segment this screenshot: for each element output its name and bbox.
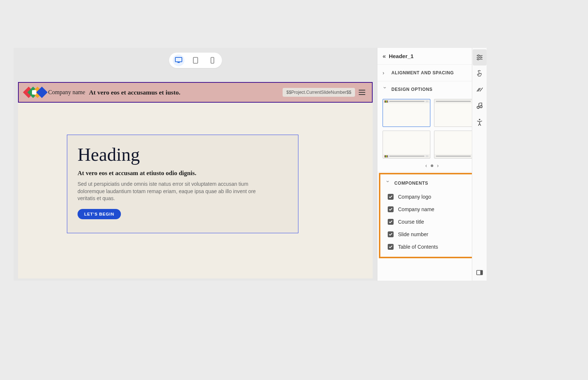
section-alignment: › ALIGNMENT AND SPACING <box>377 65 487 81</box>
component-toggle-company-name[interactable]: Company name <box>380 203 484 216</box>
svg-line-15 <box>479 103 482 103</box>
content-subheading: At vero eos et accusam at etiusto odio d… <box>78 170 288 177</box>
svg-rect-3 <box>211 57 214 63</box>
component-toggle-slide-number[interactable]: Slide number <box>380 228 484 241</box>
section-design-header[interactable]: › DESIGN OPTIONS <box>377 81 487 97</box>
course-title-text: At vero eos et accusamus et iusto. <box>89 89 180 96</box>
checkbox-checked-icon <box>388 244 394 250</box>
slide-header-block[interactable]: Company name At vero eos et accusamus et… <box>18 82 373 103</box>
chevron-right-icon: › <box>383 70 388 75</box>
properties-panel: « Header_1 › ALIGNMENT AND SPACING › DES… <box>377 48 487 281</box>
chevron-down-icon: › <box>383 87 388 92</box>
svg-point-14 <box>480 106 482 108</box>
component-toggle-course-title[interactable]: Course title <box>380 216 484 228</box>
content-heading: Heading <box>78 144 288 165</box>
carousel-prev-icon[interactable]: ‹ <box>425 163 427 168</box>
company-logo <box>24 87 44 98</box>
rail-collapse-panel-icon[interactable] <box>473 264 487 281</box>
design-option-3[interactable] <box>383 131 430 159</box>
slide-stage[interactable]: Company name At vero eos et accusamus et… <box>18 82 373 278</box>
svg-point-10 <box>480 57 481 58</box>
slide-number-var: $$Project.CurrentSlideNumber$$ <box>283 88 355 97</box>
svg-rect-18 <box>480 270 483 275</box>
section-alignment-title: ALIGNMENT AND SPACING <box>391 70 454 75</box>
design-option-1[interactable] <box>383 99 430 127</box>
design-options-grid <box>377 97 487 161</box>
component-label: Course title <box>398 219 424 225</box>
design-carousel-nav: ‹ › <box>377 161 487 172</box>
section-design: › DESIGN OPTIONS ‹ › <box>377 81 487 172</box>
component-toggle-company-logo[interactable]: Company logo <box>380 191 484 203</box>
component-toggle-table-of-contents[interactable]: Table of Contents <box>380 241 484 253</box>
cta-button[interactable]: LET'S BEGIN <box>78 209 121 219</box>
canvas: Company name At vero eos et accusamus et… <box>14 48 377 281</box>
section-components-header[interactable]: › COMPONENTS <box>380 176 484 191</box>
svg-rect-1 <box>178 62 180 63</box>
component-label: Slide number <box>398 231 429 237</box>
device-desktop-button[interactable] <box>173 54 184 66</box>
toc-menu-icon[interactable] <box>359 88 367 96</box>
svg-rect-0 <box>175 57 182 62</box>
checkbox-checked-icon <box>388 206 394 212</box>
section-components-highlight: › COMPONENTS Company logo Company name C… <box>379 173 485 258</box>
content-body: Sed ut perspiciatis unde omnis iste natu… <box>78 181 272 202</box>
right-tool-rail <box>472 48 487 281</box>
section-alignment-header[interactable]: › ALIGNMENT AND SPACING <box>377 65 487 81</box>
svg-point-13 <box>477 106 479 109</box>
company-name-text: Company name <box>48 89 85 96</box>
section-design-title: DESIGN OPTIONS <box>391 87 433 92</box>
rail-audio-icon[interactable] <box>473 98 487 114</box>
checkbox-checked-icon <box>388 219 394 225</box>
checkbox-checked-icon <box>388 231 394 237</box>
component-label: Company logo <box>398 194 431 200</box>
svg-rect-2 <box>193 57 198 63</box>
panel-header: « Header_1 <box>377 48 487 65</box>
component-label: Table of Contents <box>398 244 438 250</box>
svg-point-12 <box>477 58 479 60</box>
device-switcher <box>169 53 222 68</box>
device-phone-button[interactable] <box>207 54 218 66</box>
panel-title: Header_1 <box>389 53 414 59</box>
svg-point-16 <box>479 119 480 120</box>
chevron-down-icon: › <box>386 181 391 186</box>
component-label: Company name <box>398 206 434 212</box>
content-card[interactable]: Heading At vero eos et accusam at etiust… <box>67 135 298 233</box>
checkbox-checked-icon <box>388 194 394 200</box>
rail-interactions-icon[interactable] <box>473 65 487 82</box>
carousel-next-icon[interactable]: › <box>437 163 439 168</box>
device-tablet-button[interactable] <box>190 54 201 66</box>
panel-back-icon[interactable]: « <box>383 53 386 59</box>
rail-properties-icon[interactable] <box>473 49 487 65</box>
carousel-dot[interactable] <box>431 164 433 167</box>
rail-animation-icon[interactable] <box>473 82 487 98</box>
rail-accessibility-icon[interactable] <box>473 114 487 130</box>
section-components-title: COMPONENTS <box>394 181 428 186</box>
svg-point-8 <box>478 55 479 56</box>
